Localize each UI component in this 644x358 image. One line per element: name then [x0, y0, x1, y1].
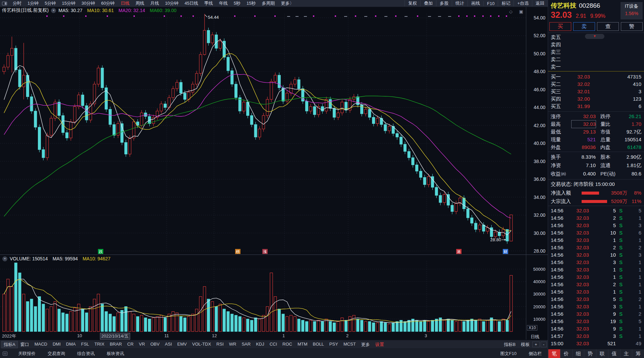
sector-badge[interactable]: IT设备 1.56% — [621, 2, 643, 19]
period-tab[interactable]: 15分钟 — [59, 0, 78, 6]
indicator-item[interactable]: CCI — [267, 342, 280, 348]
topbar-menu-item[interactable]: 叠加 — [420, 0, 436, 6]
remove-pane-button[interactable]: - — [541, 342, 547, 347]
indicator-item[interactable]: DMI — [50, 342, 63, 348]
indicator-item[interactable]: RSI — [214, 342, 226, 348]
indicator-window-button[interactable]: 窗口 — [18, 342, 32, 348]
action-button[interactable]: 卖 — [573, 22, 595, 31]
topbar-menu-item[interactable]: +自选 — [514, 0, 532, 6]
indicator-item[interactable]: SAR — [239, 342, 253, 348]
period-tab[interactable]: 年线 — [216, 0, 231, 6]
period-tab[interactable]: 45日线 — [181, 0, 201, 6]
tick-price: 32.03 — [569, 288, 596, 296]
indicator-item[interactable]: VR — [136, 342, 148, 348]
indicator-item[interactable]: OBV — [148, 342, 162, 348]
period-tab[interactable]: 月线 — [147, 0, 162, 6]
indicator-item[interactable]: MCST — [341, 342, 359, 348]
indicator-item[interactable]: VOL-TDX — [190, 342, 214, 348]
tick-price: 32.03 — [569, 310, 596, 318]
period-tab[interactable]: 多周期 — [259, 0, 278, 6]
tick-count: 1 — [626, 303, 641, 310]
stat-value: 92.7亿 — [621, 128, 641, 136]
status-bar-item[interactable]: 侧边栏 — [523, 351, 548, 357]
indicator-a-selector[interactable]: 指标A — [1, 341, 18, 348]
period-tab[interactable]: 日线 — [118, 0, 132, 6]
candlestick-chart[interactable]: 跌榜涨港财54.4428.80 — [0, 14, 526, 254]
panel-tab[interactable]: 势 — [584, 349, 596, 358]
topbar-menu-item[interactable]: 标记 — [498, 0, 514, 6]
tick-time: 14:56 — [551, 266, 569, 273]
topbar-menu-item[interactable]: 多股 — [436, 0, 452, 6]
action-button[interactable]: 查 — [597, 22, 619, 31]
panel-tab[interactable]: 价 — [560, 349, 572, 358]
topbar-menu-item[interactable]: 画线 — [468, 0, 483, 6]
panel-tab[interactable]: 值 — [608, 349, 620, 358]
panel-tab[interactable]: 笔 — [548, 349, 560, 358]
notes-icon[interactable] — [3, 352, 7, 356]
indicator-item[interactable]: PSY — [327, 342, 341, 348]
period-tab[interactable]: 15秒 — [244, 0, 259, 6]
panel-tab[interactable]: 联 — [596, 349, 608, 358]
status-bar-item[interactable]: 图文F10 — [494, 351, 523, 357]
bid-label: 买二 — [551, 81, 568, 88]
status-bar-items: 关联报价交易查询综合资讯板块资讯 — [12, 351, 130, 357]
collapse-book-button[interactable]: ▼ — [585, 34, 604, 39]
indicator-item[interactable]: 更多 — [359, 342, 373, 348]
indicator-item[interactable]: MTM — [295, 342, 310, 348]
indicator-item[interactable]: FSL — [78, 342, 92, 348]
status-bar-item[interactable]: 关联报价 — [12, 351, 42, 357]
tick-time: 15:00 — [551, 340, 569, 347]
topbar-menu-item[interactable]: F10 — [483, 1, 498, 6]
period-tab[interactable]: 1分钟 — [24, 0, 42, 6]
action-button[interactable]: 警 — [621, 22, 643, 31]
chart-corner-icons[interactable]: ◇ ▣ — [509, 9, 526, 14]
topbar-menu-item[interactable]: 返回 — [532, 0, 548, 6]
indicator-item[interactable]: DMA — [63, 342, 78, 348]
status-bar-item[interactable]: 综合资讯 — [71, 351, 101, 357]
panel-tab[interactable]: 主 — [620, 349, 632, 358]
indicator-item[interactable]: EMV — [175, 342, 190, 348]
stat-value: 2.90亿 — [621, 153, 641, 161]
bid-row: 买四32.00123 — [551, 95, 641, 103]
chevron-down-icon[interactable]: ▾ — [51, 8, 56, 13]
tick-time: 14:56 — [551, 303, 569, 310]
template-button[interactable]: 模板 — [518, 342, 532, 348]
period-tab[interactable]: 30分钟 — [78, 0, 98, 6]
indicator-item[interactable]: WR — [226, 342, 239, 348]
stat-row: 外盘89036内盘61478 — [551, 144, 641, 151]
action-buttons: 买卖查警 — [549, 22, 643, 31]
indicator-settings-button[interactable]: 设置 — [373, 342, 387, 348]
period-tab[interactable]: 5分钟 — [42, 0, 59, 6]
tick-count: 3 — [626, 251, 641, 259]
indicator-b-selector[interactable]: 指标B — [501, 342, 518, 348]
status-bar-item[interactable]: 板块资讯 — [101, 351, 130, 357]
panel-tab[interactable]: 细 — [572, 349, 584, 358]
action-button[interactable]: 买 — [549, 22, 571, 31]
period-tab[interactable]: 分时 — [10, 0, 24, 6]
topbar-menu-item[interactable]: 复权 — [405, 0, 420, 6]
period-tab[interactable]: 周线 — [132, 0, 147, 6]
tick-time: 14:56 — [551, 281, 569, 288]
indicator-item[interactable]: ASI — [162, 342, 175, 348]
period-tab[interactable]: 季线 — [201, 0, 216, 6]
window-icon[interactable] — [2, 2, 7, 5]
add-pane-button[interactable]: + — [532, 342, 540, 347]
indicator-item[interactable]: MACD — [32, 342, 50, 348]
tick-side: S — [616, 259, 626, 266]
period-tab[interactable]: 更多〉 — [278, 0, 297, 6]
indicator-item[interactable]: CR — [124, 342, 136, 348]
indicator-item[interactable]: ROC — [280, 342, 295, 348]
tick-row: 14:5632.035S3 — [551, 222, 641, 229]
indicator-item[interactable]: TRIX — [92, 342, 107, 348]
topbar-menu-item[interactable]: 统计 — [452, 0, 468, 6]
panel-tab[interactable]: 筹 — [632, 349, 644, 358]
indicator-item[interactable]: BOLL — [310, 342, 327, 348]
indicator-item[interactable]: KDJ — [253, 342, 267, 348]
status-bar-item[interactable]: 交易查询 — [42, 351, 71, 357]
price-tick-label: 34.00 — [527, 195, 545, 200]
period-tab[interactable]: 5秒 — [231, 0, 244, 6]
indicator-item[interactable]: BRAR — [107, 342, 124, 348]
period-tab[interactable]: 10分钟 — [162, 0, 181, 6]
period-tab[interactable]: 60分钟 — [98, 0, 117, 6]
volume-chart[interactable] — [0, 255, 526, 333]
